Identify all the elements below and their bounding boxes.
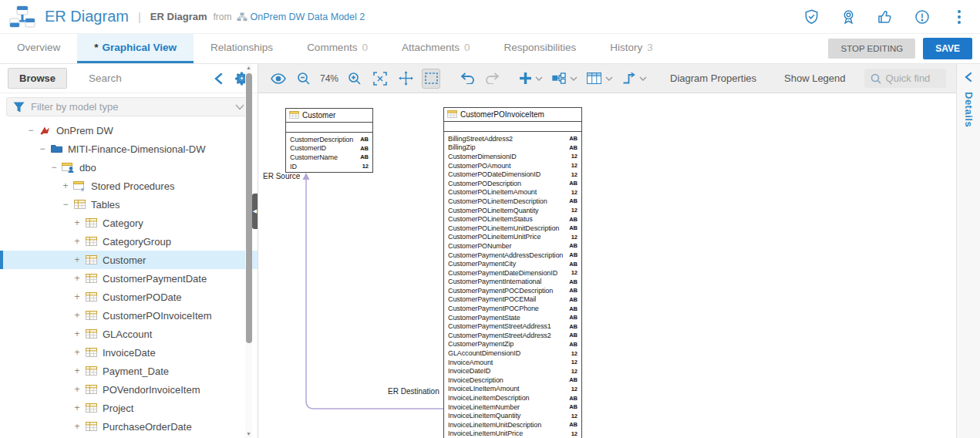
column-type: 12	[571, 368, 578, 375]
diagram-canvas[interactable]: ER Source ER Destination CustomerCustome…	[258, 93, 956, 438]
redo-icon[interactable]	[483, 69, 502, 89]
tab-graphical-view[interactable]: *Graphical View	[77, 34, 194, 63]
column-type: AB	[360, 145, 369, 152]
tree-item-customerpoinvoiceitem[interactable]: +CustomerPOInvoiceItem	[0, 306, 258, 325]
kebab-menu-icon[interactable]	[951, 8, 968, 25]
funnel-icon	[13, 102, 25, 113]
entity-column-row: CustomerNameAB	[286, 153, 372, 162]
entity-customer[interactable]: CustomerCustomerDescriptionABCustomerIDA…	[285, 108, 373, 173]
expand-icon[interactable]: +	[72, 347, 82, 358]
tree-item-payment-date[interactable]: +Payment_Date	[0, 362, 258, 380]
collapse-icon[interactable]: −	[61, 199, 70, 210]
expand-icon[interactable]: +	[72, 236, 82, 247]
collapse-icon[interactable]: −	[49, 162, 59, 173]
tab-attachments[interactable]: Attachments0	[385, 34, 487, 63]
tab-relationships[interactable]: Relationships	[194, 34, 290, 63]
column-type: AB	[360, 136, 369, 143]
collapse-icon[interactable]: −	[26, 125, 35, 136]
expand-icon[interactable]: +	[61, 180, 70, 191]
tree-item-customerpodate[interactable]: +CustomerPODate	[0, 288, 258, 306]
tree-item-customer[interactable]: +Customer	[0, 251, 258, 269]
table-icon	[85, 292, 98, 302]
expand-icon[interactable]: +	[72, 217, 82, 228]
zoom-in-icon[interactable]	[345, 69, 364, 89]
tab-overview[interactable]: Overview	[0, 34, 77, 63]
title-separator: |	[138, 10, 141, 23]
thumbs-up-icon[interactable]	[877, 8, 894, 25]
tree-item-categorygroup[interactable]: +CategoryGroup	[0, 232, 258, 251]
tree-item-label: Category	[103, 217, 143, 229]
tree-item-category[interactable]: +Category	[0, 214, 258, 232]
tab-comments[interactable]: Comments0	[290, 34, 385, 63]
entity-customerpoinvoiceitem[interactable]: CustomerPOInvoiceItemBillingStreetAddres…	[443, 107, 582, 438]
tree-item-tables[interactable]: −Tables	[0, 195, 258, 214]
sidebar-splitter-handle[interactable]: ◀	[252, 194, 258, 229]
scroll-up-arrow[interactable]: ▲	[245, 64, 252, 72]
tree-item-project[interactable]: +Project	[0, 399, 258, 417]
column-name: CustomerPaymentDateDimensionID	[448, 269, 557, 277]
quick-find-box[interactable]	[864, 69, 946, 88]
certificate-icon[interactable]	[840, 8, 857, 25]
expand-icon[interactable]: +	[72, 291, 82, 302]
expand-icon[interactable]: +	[72, 421, 82, 432]
save-button[interactable]: SAVE	[923, 38, 972, 59]
expand-icon[interactable]: +	[72, 366, 82, 376]
alert-circle-icon[interactable]	[914, 8, 931, 25]
expand-icon[interactable]: +	[72, 384, 82, 395]
column-name: BillingZip	[448, 143, 476, 151]
scroll-down-arrow[interactable]: ▼	[245, 430, 252, 438]
visibility-eye-icon[interactable]	[269, 69, 288, 89]
tree-item-stored-procedures[interactable]: +xStored Procedures	[0, 177, 258, 195]
browse-tab-button[interactable]: Browse	[8, 68, 67, 89]
tree-item-customerpaymentdate[interactable]: +CustomerPaymentDate	[0, 269, 258, 288]
column-name: InvoiceAmount	[448, 359, 493, 366]
tree-item-glaccount[interactable]: +GLAccount	[0, 325, 258, 343]
zoom-out-icon[interactable]	[295, 69, 313, 89]
entity-column-row: InvoiceLineItemNumberAB	[444, 403, 581, 412]
expand-icon[interactable]: +	[72, 273, 82, 284]
chevron-down-icon	[570, 76, 578, 81]
expand-icon[interactable]: +	[72, 403, 82, 413]
fit-to-screen-icon[interactable]	[371, 69, 389, 89]
expand-icon[interactable]: +	[72, 328, 82, 339]
auto-layout-button[interactable]	[552, 72, 578, 84]
tree-scrollbar[interactable]: ▲ ▼	[245, 64, 252, 438]
filter-input[interactable]	[31, 101, 229, 113]
add-object-button[interactable]	[520, 72, 543, 84]
column-type: 12	[571, 234, 578, 241]
tree-item-label: MITI-Finance-Dimensional-DW	[68, 143, 205, 155]
collapse-icon[interactable]: −	[38, 143, 47, 154]
details-panel-label[interactable]: Details	[963, 92, 975, 127]
diagram-properties-button[interactable]: Diagram Properties	[670, 72, 756, 84]
tree-item-dbo[interactable]: −dbo	[0, 158, 258, 177]
undo-icon[interactable]	[458, 69, 477, 89]
expand-icon[interactable]: +	[72, 310, 82, 321]
table-display-button[interactable]	[587, 72, 613, 84]
collapse-sidebar-icon[interactable]	[210, 70, 227, 87]
tab-responsibilities[interactable]: Responsibilities	[487, 34, 593, 63]
scrollbar-thumb[interactable]	[246, 73, 252, 343]
tree-item-miti-finance-dimensional-dw[interactable]: −MITI-Finance-Dimensional-DW	[0, 140, 258, 158]
quick-find-input[interactable]	[886, 72, 940, 84]
column-name: CustomerPOAmount	[448, 162, 510, 170]
tab-history[interactable]: History3	[593, 34, 670, 63]
select-tool-icon[interactable]	[422, 69, 440, 89]
pan-move-icon[interactable]	[396, 69, 415, 89]
tree-item-povendorinvoiceitem[interactable]: +POVendorInvoiceItem	[0, 380, 258, 399]
tree-item-invoicedate[interactable]: +InvoiceDate	[0, 343, 258, 362]
search-tab-button[interactable]: Search	[89, 72, 122, 84]
model-link[interactable]: OnPrem DW Data Model 2	[237, 12, 365, 22]
relationship-style-button[interactable]	[622, 72, 647, 84]
entity-name: Customer	[302, 111, 335, 120]
stop-editing-button[interactable]: STOP EDITING	[828, 39, 915, 59]
shield-check-icon[interactable]	[803, 8, 820, 25]
entity-columns: CustomerDescriptionABCustomerIDABCustome…	[286, 133, 372, 172]
entity-column-row: CustomerPOLineItemUnitDescriptionAB	[444, 224, 581, 233]
tree-item-purchaseorderdate[interactable]: +PurchaseOrderDate	[0, 417, 258, 436]
show-legend-button[interactable]: Show Legend	[784, 72, 846, 84]
expand-icon[interactable]: +	[72, 254, 82, 265]
table-icon	[85, 274, 98, 283]
tree-item-onprem-dw[interactable]: −OnPrem DW	[0, 121, 258, 140]
model-type-filter[interactable]	[6, 97, 251, 116]
expand-details-icon[interactable]	[965, 72, 972, 86]
